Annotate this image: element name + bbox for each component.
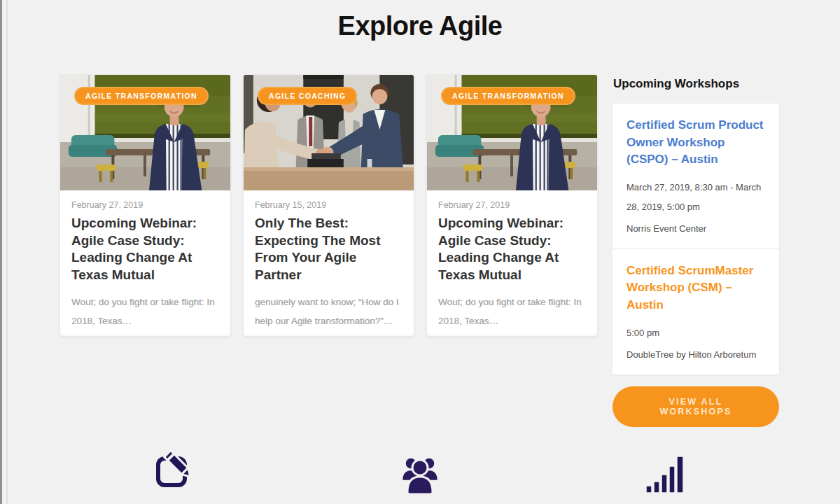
category-badge[interactable]: AGILE TRANSFORMATION: [74, 87, 209, 105]
edit-icon: [153, 449, 194, 493]
post-excerpt: Wout; do you fight or take flight: In 20…: [71, 293, 219, 330]
post-date: February 27, 2019: [71, 200, 219, 210]
left-window-edge-inner: [6, 0, 8, 504]
sidebar-heading: Upcoming Workshops: [613, 77, 779, 91]
post-title-link[interactable]: Upcoming Webinar: Agile Case Study: Lead…: [71, 215, 219, 284]
post-title-link[interactable]: Upcoming Webinar: Agile Case Study: Lead…: [438, 215, 586, 284]
category-badge[interactable]: AGILE COACHING: [258, 87, 357, 105]
workshop-datetime: 5:00 pm: [626, 323, 765, 343]
workshop-location: Norris Event Center: [626, 223, 765, 234]
workshop-item: Certified ScrumMaster Workshop (CSM) – A…: [612, 248, 779, 374]
workshop-item: Certified Scrum Product Owner Workshop (…: [612, 104, 779, 248]
post-date: February 15, 2019: [255, 200, 402, 210]
post-thumbnail[interactable]: AGILE COACHING: [244, 75, 414, 190]
view-all-workshops-button[interactable]: VIEW ALL WORKSHOPS: [612, 386, 779, 427]
post-excerpt: genuinely want to know; “How do I help o…: [255, 293, 402, 330]
workshop-datetime: March 27, 2019, 8:30 am - March 28, 2019…: [626, 178, 765, 217]
features-row: [0, 448, 840, 497]
post-date: February 27, 2019: [438, 200, 586, 210]
post-card: AGILE COACHING February 15, 2019 Only Th…: [243, 74, 414, 337]
upcoming-workshops-sidebar: Upcoming Workshops Certified Scrum Produ…: [612, 74, 779, 427]
page-title: Explore Agile: [0, 11, 840, 41]
workshop-title-link[interactable]: Certified Scrum Product Owner Workshop (…: [626, 117, 765, 169]
workshop-location: DoubleTree by Hilton Arboretum: [626, 349, 765, 360]
post-card: AGILE TRANSFORMATION February 27, 2019 U…: [59, 74, 231, 337]
post-card: AGILE TRANSFORMATION February 27, 2019 U…: [426, 74, 598, 337]
left-window-edge: [0, 0, 2, 504]
growth-chart-icon: [645, 452, 685, 496]
workshops-panel: Certified Scrum Product Owner Workshop (…: [612, 104, 779, 374]
post-thumbnail[interactable]: AGILE TRANSFORMATION: [427, 75, 597, 190]
category-badge[interactable]: AGILE TRANSFORMATION: [441, 87, 575, 105]
post-thumbnail[interactable]: AGILE TRANSFORMATION: [60, 75, 230, 190]
workshop-title-link[interactable]: Certified ScrumMaster Workshop (CSM) – A…: [626, 262, 765, 314]
team-icon: [400, 451, 440, 495]
post-excerpt: Wout; do you fight or take flight: In 20…: [438, 293, 586, 330]
explore-agile-section: AGILE TRANSFORMATION February 27, 2019 U…: [59, 74, 779, 427]
post-title-link[interactable]: Only The Best: Expecting The Most From Y…: [255, 215, 402, 284]
